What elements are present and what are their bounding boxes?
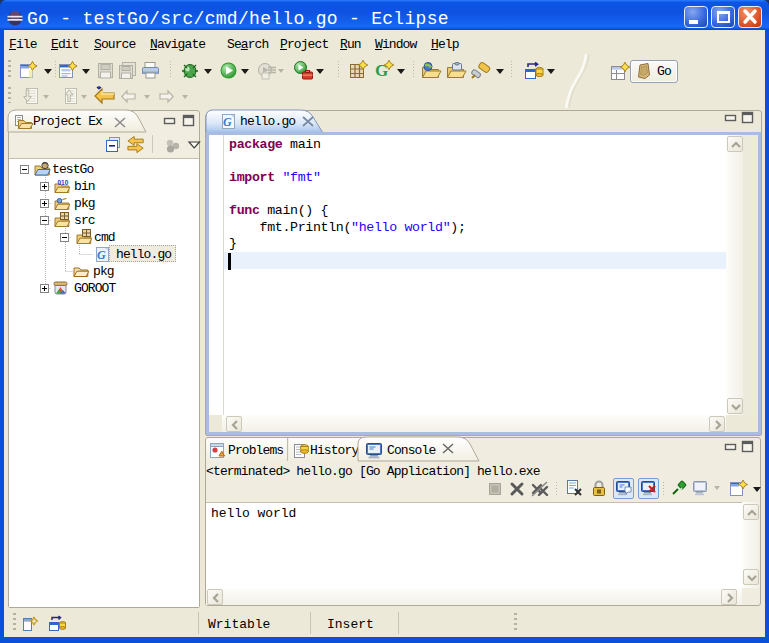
svg-text:G: G [223,115,232,129]
svg-text:G: G [97,248,106,262]
svg-text:010: 010 [58,179,69,186]
